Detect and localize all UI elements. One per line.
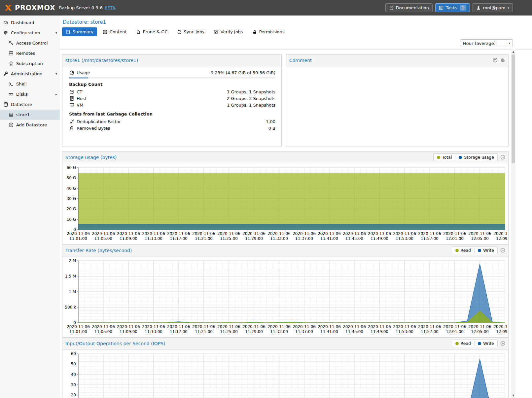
sidebar-item-dashboard[interactable]: Dashboard — [0, 17, 60, 28]
tab-content[interactable]: Content — [99, 27, 130, 36]
svg-text:11:05:00: 11:05:00 — [94, 236, 112, 241]
sidebar-item-disks[interactable]: Disks ▸ — [0, 89, 60, 99]
storage-usage-chart: 010 G20 G30 G40 G50 G60 G2020-11-0611:01… — [62, 163, 508, 244]
svg-text:1.5 M: 1.5 M — [65, 274, 76, 279]
collapse-icon[interactable] — [500, 155, 505, 160]
svg-text:2020-11-06: 2020-11-06 — [393, 231, 416, 236]
tab-prune-gc[interactable]: Prune & GC — [132, 27, 171, 36]
time-range-select[interactable]: Hour (average) — [460, 39, 513, 47]
collapse-icon[interactable] — [500, 248, 505, 253]
legend-item-write[interactable]: Write — [474, 340, 497, 347]
sidebar-item-add-datastore[interactable]: Add Datastore — [0, 120, 60, 130]
svg-text:11:21:00: 11:21:00 — [195, 329, 213, 334]
sidebar-item-remotes[interactable]: Remotes — [0, 48, 60, 58]
sidebar-item-subscription[interactable]: Subscription — [0, 58, 60, 69]
book-icon — [389, 6, 394, 10]
comment-panel-tools — [493, 58, 505, 63]
sidebar-item-access-control[interactable]: Access Control — [0, 38, 60, 48]
product-subtitle: Backup Server 0.9-6 — [59, 5, 103, 10]
cube-icon — [69, 89, 74, 94]
page-title: Datastore: store1 — [60, 16, 532, 25]
svg-text:11:17:00: 11:17:00 — [170, 329, 188, 334]
svg-text:12:09:00: 12:09:00 — [496, 329, 508, 334]
svg-text:2020-11-06: 2020-11-06 — [393, 324, 416, 329]
chevron-down-icon: ▾ — [508, 6, 509, 10]
legend-item-total[interactable]: Total — [434, 154, 455, 161]
svg-text:2020-11-06: 2020-11-06 — [368, 324, 391, 329]
chart-legend: Total Storage usage — [433, 153, 498, 161]
iops-chart-header: Input/Output Operations per Second (IOPS… — [62, 338, 508, 349]
scroll-down-button[interactable] — [511, 393, 515, 398]
storage-usage-chart-header: Storage usage (bytes) Total Storage usag… — [62, 151, 508, 163]
svg-text:12:01:00: 12:01:00 — [446, 329, 464, 334]
svg-text:500 k: 500 k — [65, 305, 76, 310]
chevron-down-icon[interactable]: ▾ — [55, 72, 57, 76]
svg-text:2020-11-06: 2020-11-06 — [242, 324, 266, 329]
svg-text:11:21:00: 11:21:00 — [195, 236, 213, 241]
content: store1 (/mnt/datastores/store1) Usage 9.… — [60, 50, 509, 398]
svg-text:2020-11-06: 2020-11-06 — [343, 231, 366, 236]
tasks-button[interactable]: Tasks 1 — [435, 3, 470, 12]
legend-item-read[interactable]: Read — [452, 247, 474, 254]
svg-text:2020-11-06: 2020-11-06 — [217, 324, 240, 329]
gauge-icon — [3, 20, 8, 25]
sidebar-item-datastore[interactable]: Datastore — [0, 99, 60, 110]
svg-text:11:13:00: 11:13:00 — [145, 236, 162, 241]
removed-bytes-row: Removed Bytes 0 B — [69, 125, 275, 131]
svg-text:10 G: 10 G — [67, 217, 76, 222]
wrench-icon — [3, 71, 8, 76]
trash-icon — [69, 125, 74, 131]
gear-icon[interactable] — [500, 58, 505, 63]
sidebar-item-administration[interactable]: Administration ▾ — [0, 69, 60, 79]
sidebar-item-configuration[interactable]: Configuration ▾ — [0, 28, 60, 38]
comment-panel: Comment — [286, 54, 509, 147]
legend-dot — [455, 342, 459, 345]
legend-dot — [478, 249, 481, 252]
usage-value: 9.23% (4.67 GiB of 50.56 GiB) — [211, 70, 275, 75]
scroll-thumb[interactable] — [512, 54, 515, 163]
svg-text:2020-11-06: 2020-11-06 — [92, 231, 115, 236]
svg-text:2020-11-06: 2020-11-06 — [468, 231, 491, 236]
tab-summary[interactable]: Summary — [62, 27, 97, 36]
user-menu-button[interactable]: root@pam ▾ — [473, 3, 513, 12]
logo-text: PROXMOX — [15, 4, 55, 12]
legend-item-read[interactable]: Read — [452, 340, 474, 347]
legend-item-storage-usage[interactable]: Storage usage — [455, 154, 497, 161]
server-icon — [9, 51, 14, 56]
svg-text:11:33:00: 11:33:00 — [270, 236, 288, 241]
task-list-icon — [439, 6, 443, 10]
svg-text:50: 50 — [71, 362, 76, 366]
desktop-icon — [69, 102, 74, 108]
book-icon — [66, 30, 70, 34]
scrollbar[interactable] — [511, 49, 515, 398]
svg-text:2020-11-06: 2020-11-06 — [368, 231, 391, 236]
svg-text:12:09:00: 12:09:00 — [496, 236, 508, 241]
ct-row: CT 1 Groups, 1 Snapshots — [69, 88, 275, 95]
summary-panel-body: Usage 9.23% (4.67 GiB of 50.56 GiB) Back… — [62, 66, 281, 131]
chevron-down-icon — [506, 40, 513, 47]
documentation-button[interactable]: Documentation — [385, 3, 433, 12]
svg-text:11:29:00: 11:29:00 — [245, 329, 263, 334]
chart-toolbar: Hour (average) — [60, 39, 532, 50]
tab-sync-jobs[interactable]: Sync Jobs — [173, 27, 208, 36]
legend-dot — [437, 156, 440, 159]
svg-text:2020-11-06: 2020-11-06 — [67, 324, 90, 329]
svg-text:2020-11-06: 2020-11-06 — [418, 324, 441, 329]
chevron-right-icon[interactable]: ▸ — [55, 92, 57, 96]
tab-permissions[interactable]: Permissions — [249, 27, 288, 36]
svg-text:2020-11-06: 2020-11-06 — [267, 231, 291, 236]
collapse-icon[interactable] — [500, 341, 505, 346]
beta-link[interactable]: BETA — [105, 5, 116, 10]
svg-text:11:05:00: 11:05:00 — [94, 329, 112, 334]
legend-item-write[interactable]: Write — [474, 247, 497, 254]
svg-text:12:05:00: 12:05:00 — [471, 329, 489, 334]
scroll-up-button[interactable] — [511, 49, 515, 54]
revert-icon[interactable] — [493, 58, 498, 63]
svg-text:2020-11-06: 2020-11-06 — [217, 231, 240, 236]
sidebar-item-shell[interactable]: Shell — [0, 79, 60, 89]
sidebar-item-store1[interactable]: store1 — [0, 110, 60, 120]
svg-text:11:49:00: 11:49:00 — [371, 329, 388, 334]
chevron-down-icon[interactable]: ▾ — [55, 31, 57, 35]
layers-icon — [9, 112, 14, 117]
tab-verify-jobs[interactable]: Verify Jobs — [210, 27, 247, 36]
